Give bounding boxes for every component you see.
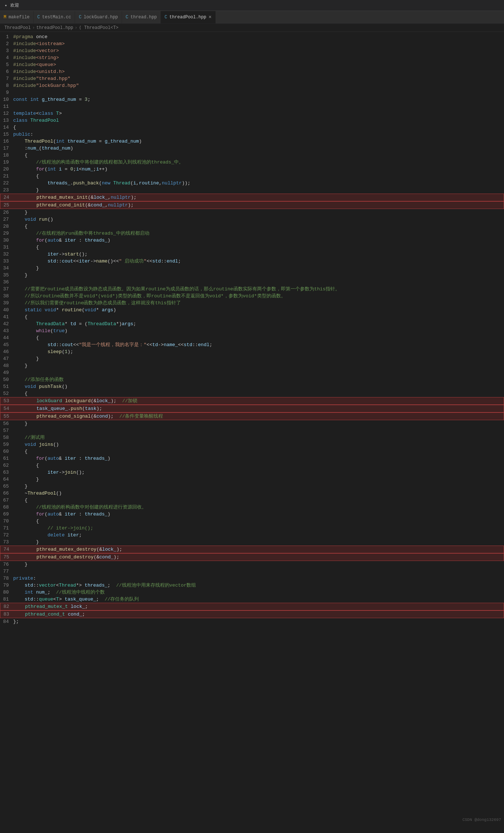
line-84: 84};	[0, 618, 504, 625]
breadcrumb: ThreadPool › threadPool.hpp › ⟨ ThreadPo…	[0, 24, 504, 32]
line-46: 46 sleep(1);	[0, 348, 504, 355]
line-8: 8#include"lockGuard.hpp"	[0, 82, 504, 89]
line-19: 19 //线程池的构造函数中将创建的线程都加入到线程池的threads_中。	[0, 159, 504, 166]
line-27: 27 void run()	[0, 216, 504, 223]
line-57: 57	[0, 427, 504, 434]
tab-threadpool[interactable]: C threadPool.hpp ×	[161, 11, 215, 23]
line-47: 47 }	[0, 355, 504, 362]
line-34: 34 }	[0, 265, 504, 272]
line-3: 3#include<vector>	[0, 47, 504, 54]
tab-thread[interactable]: C thread.hpp	[122, 11, 161, 23]
tab-icon: C	[79, 15, 81, 20]
tab-bar: M makefile C testMain.cc C lockGuard.hpp…	[0, 11, 504, 24]
code-area[interactable]: 1#pragma once 2#include<iostream> 3#incl…	[0, 33, 504, 625]
line-13: 13class ThreadPool	[0, 117, 504, 124]
line-18: 18 {	[0, 152, 504, 159]
line-39: 39 //所以我们需要使routine函数为静态成员函数，这样就没有this指针…	[0, 300, 504, 307]
line-17: 17 :num_(thread_num)	[0, 145, 504, 152]
tab-makefile[interactable]: M makefile	[0, 11, 34, 23]
line-48: 48 }	[0, 362, 504, 369]
line-59: 59 void joins()	[0, 441, 504, 448]
line-25: 25 pthread_cond_init(&cond_,nullptr);	[0, 201, 504, 209]
line-5: 5#include<queue>	[0, 61, 504, 68]
line-43: 43 while(true)	[0, 327, 504, 334]
tab-label: makefile	[8, 15, 30, 20]
line-82: 82 pthread_mutex_t lock_;	[0, 603, 504, 610]
line-40: 40 static void* routine(void* args)	[0, 307, 504, 313]
line-50: 50 //添加任务的函数	[0, 376, 504, 383]
line-38: 38 //所以routine函数并不是void*(void*)类型的函数，即ro…	[0, 293, 504, 300]
line-65: 65 }	[0, 483, 504, 490]
line-73: 73 }	[0, 539, 504, 546]
line-42: 42 ThreadData* td = (ThreadData*)args;	[0, 320, 504, 327]
line-24: 24 pthread_mutex_init(&lock_,nullptr);	[0, 194, 504, 201]
line-81: 81 std::queue<T> task_queue_; //存任务的队列	[0, 596, 504, 603]
line-66: 66 ~ThreadPool()	[0, 490, 504, 497]
line-55: 55 pthread_cond_signal(&cond); //条件变量唤醒线…	[0, 412, 504, 420]
line-58: 58 //测试用	[0, 434, 504, 441]
line-77: 77	[0, 568, 504, 575]
line-36: 36	[0, 279, 504, 286]
line-69: 69 for(auto& iter : threads_)	[0, 511, 504, 518]
line-68: 68 //线程池的析构函数中对创建的线程进行资源回收。	[0, 504, 504, 511]
breadcrumb-sep1: ›	[32, 25, 35, 30]
tab-icon: C	[37, 15, 40, 20]
line-31: 31 {	[0, 244, 504, 251]
line-37: 37 //需要把routine成员函数设为静态成员函数。因为如果routine为…	[0, 286, 504, 293]
tab-label: testMain.cc	[42, 15, 71, 20]
line-7: 7#include"thread.hpp"	[0, 75, 504, 82]
line-80: 80 int num_; //线程池中线程的个数	[0, 589, 504, 596]
breadcrumb-sep2: ›	[75, 25, 77, 30]
line-28: 28 {	[0, 223, 504, 230]
line-35: 35 }	[0, 272, 504, 279]
line-2: 2#include<iostream>	[0, 40, 504, 47]
line-29: 29 //在线程池的run函数中将threads_中的线程都启动	[0, 230, 504, 237]
breadcrumb-root: ThreadPool	[4, 25, 31, 30]
line-53: 53 lockGuard lockguard(&lock_); //加锁	[0, 397, 504, 405]
line-72: 72 delete iter;	[0, 532, 504, 539]
line-61: 61 for(auto& iter : threads_)	[0, 455, 504, 462]
line-60: 60 {	[0, 448, 504, 455]
line-15: 15public:	[0, 131, 504, 138]
line-32: 32 iter->start();	[0, 251, 504, 258]
line-4: 4#include<string>	[0, 54, 504, 61]
line-11: 11	[0, 103, 504, 110]
line-63: 63 iter->join();	[0, 469, 504, 476]
line-9: 9	[0, 89, 504, 96]
line-14: 14{	[0, 124, 504, 131]
line-70: 70 {	[0, 518, 504, 525]
app-title: 欢迎	[10, 2, 19, 8]
line-1: 1#pragma once	[0, 33, 504, 40]
line-20: 20 for(int i = 0;i<num_;i++)	[0, 166, 504, 173]
tab-icon: M	[4, 15, 6, 20]
line-51: 51 void pushTask()	[0, 383, 504, 390]
line-67: 67 {	[0, 497, 504, 504]
line-52: 52 {	[0, 390, 504, 397]
line-79: 79 std::vector<Thread*> threads_; //线程池中…	[0, 582, 504, 589]
tab-testmain[interactable]: C testMain.cc	[34, 11, 75, 23]
line-22: 22 threads_.push_back(new Thread(i,routi…	[0, 180, 504, 187]
tab-icon: C	[126, 15, 128, 20]
line-6: 6#include<unistd.h>	[0, 68, 504, 75]
line-23: 23 }	[0, 187, 504, 194]
line-33: 33 std::cout<<iter->name()<<" 启动成功"<<std…	[0, 258, 504, 265]
line-12: 12template<class T>	[0, 110, 504, 117]
tab-lockguard[interactable]: C lockGuard.hpp	[75, 11, 122, 23]
breadcrumb-file: threadPool.hpp	[36, 25, 73, 30]
line-44: 44 {	[0, 334, 504, 341]
line-74: 74 pthread_mutex_destroy(&lock_);	[0, 546, 504, 553]
tab-label: threadPool.hpp	[169, 15, 206, 20]
tab-icon: C	[164, 15, 167, 20]
code-editor[interactable]: 1#pragma once 2#include<iostream> 3#incl…	[0, 32, 504, 627]
tab-close-icon[interactable]: ×	[208, 14, 211, 20]
tab-label: thread.hpp	[130, 15, 157, 20]
line-54: 54 task_queue_.push(task);	[0, 405, 504, 412]
line-75: 75 pthread_cond_destroy(&cond_);	[0, 553, 504, 561]
watermark: CSDN @dong132697	[462, 818, 501, 822]
line-16: 16 ThreadPool(int thread_num = g_thread_…	[0, 138, 504, 145]
line-76: 76 }	[0, 561, 504, 568]
line-71: 71 // iter->join();	[0, 525, 504, 532]
line-78: 78private:	[0, 575, 504, 582]
line-83: 83 pthread_cond_t cond_;	[0, 610, 504, 618]
breadcrumb-class: ⟨ ThreadPool<T>	[79, 25, 118, 30]
